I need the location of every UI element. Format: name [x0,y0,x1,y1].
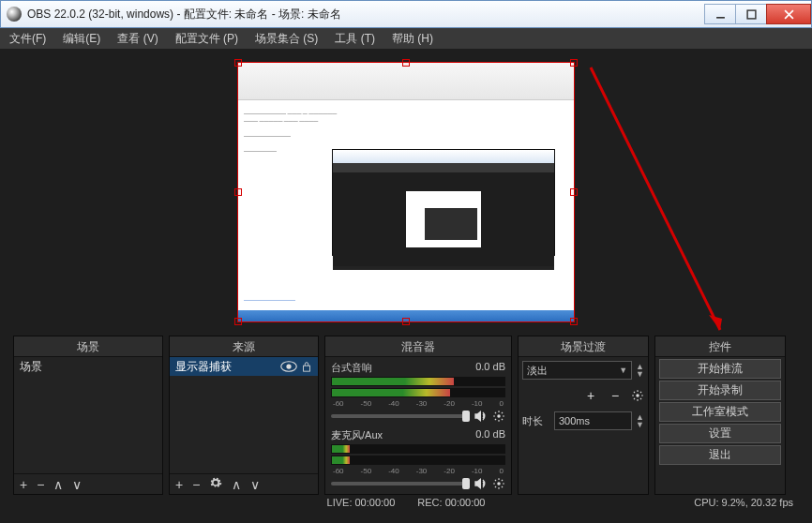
speaker-icon[interactable] [474,410,489,423]
svg-point-11 [636,394,639,397]
settings-button[interactable]: 设置 [659,424,781,443]
chevron-down-icon[interactable]: ▼ [636,421,644,428]
scene-item[interactable]: 场景 [14,357,162,376]
studio-mode-button[interactable]: 工作室模式 [659,402,781,422]
panel-controls: 控件 开始推流 开始录制 工作室模式 设置 退出 [654,336,786,495]
panel-sources: 来源 显示器捕获 + − ∧ ∨ [169,336,319,495]
source-down-button[interactable]: ∨ [250,477,260,492]
status-cpu: CPU: 9.2%, 20.32 fps [694,497,793,508]
preview-area[interactable]: ————————— ——— — ————————— ————— ——— ————… [0,49,812,336]
svg-point-7 [286,364,291,368]
menu-tools[interactable]: 工具 (T) [335,31,375,47]
source-item-label: 显示器捕获 [175,357,232,376]
panel-controls-header: 控件 [655,336,785,357]
start-recording-button[interactable]: 开始录制 [659,381,781,400]
volume-slider[interactable] [331,482,470,486]
channel-settings-icon[interactable] [492,410,505,423]
panel-mixer: 混音器 台式音响0.0 dB -60-50-40-30-20-100 麦克风/A… [324,336,512,495]
svg-line-4 [591,67,720,330]
menu-edit[interactable]: 编辑(E) [63,31,100,47]
close-button[interactable] [766,4,811,24]
menu-profile[interactable]: 配置文件 (P) [175,31,238,47]
chevron-down-icon: ▼ [619,366,627,375]
status-rec: REC: 00:00:00 [417,497,485,508]
mixer-channel-mic: 麦克风/Aux0.0 dB -60-50-40-30-20-100 [325,425,511,492]
mixer-ch-name: 麦克风/Aux [331,428,383,442]
menu-help[interactable]: 帮助 (H) [392,31,433,47]
svg-marker-5 [709,315,722,330]
chevron-down-icon[interactable]: ▼ [636,370,644,378]
svg-rect-8 [304,366,310,371]
source-up-button[interactable]: ∧ [232,477,241,492]
svg-point-9 [497,414,501,418]
window-titlebar: OBS 22.0.2 (32-bit, windows) - 配置文件: 未命名… [0,0,812,28]
add-scene-button[interactable]: + [20,477,27,492]
add-source-button[interactable]: + [175,477,183,492]
mixer-ch-name: 台式音响 [331,361,372,375]
transition-select[interactable]: 淡出▼ [522,361,632,380]
menu-view[interactable]: 查看 (V) [117,31,158,47]
channel-settings-icon[interactable] [492,477,505,490]
statusbar: LIVE: 00:00:00 REC: 00:00:00 CPU: 9.2%, … [0,495,812,516]
minimize-button[interactable] [704,4,736,24]
transition-settings-icon[interactable] [631,389,644,402]
annotation-arrow [581,58,788,339]
audio-meter [331,388,505,397]
scene-up-button[interactable]: ∧ [53,477,63,492]
app-icon [7,7,22,22]
preview-source[interactable]: ————————— ——— — ————————— ————— ——— ————… [237,62,575,322]
menu-scene-collection[interactable]: 场景集合 (S) [255,31,318,47]
panel-scenes-header: 场景 [14,336,162,357]
duration-label: 时长 [522,414,550,428]
source-item[interactable]: 显示器捕获 [170,357,318,376]
svg-rect-1 [747,10,756,19]
audio-meter [331,456,505,465]
maximize-button[interactable] [735,4,767,24]
speaker-icon[interactable] [474,477,489,490]
visibility-icon[interactable] [280,360,297,373]
mixer-ch-db: 0.0 dB [475,361,505,375]
source-settings-button[interactable] [209,476,222,492]
panel-transitions: 场景过渡 淡出▼ ▲ ▼ + − 时长 300ms ▲ ▼ [518,336,649,495]
panel-sources-header: 来源 [170,336,318,357]
exit-button[interactable]: 退出 [659,445,781,465]
panel-transitions-header: 场景过渡 [519,336,648,357]
menubar: 文件(F) 编辑(E) 查看 (V) 配置文件 (P) 场景集合 (S) 工具 … [0,28,812,49]
start-streaming-button[interactable]: 开始推流 [659,359,781,379]
menu-file[interactable]: 文件(F) [9,31,46,47]
panel-scenes: 场景 场景 + − ∧ ∨ [13,336,163,495]
svg-point-10 [497,482,501,486]
audio-meter [331,377,505,386]
status-live: LIVE: 00:00:00 [327,497,396,508]
scene-down-button[interactable]: ∨ [72,477,82,492]
volume-slider[interactable] [331,414,470,418]
panel-mixer-header: 混音器 [325,336,511,357]
remove-scene-button[interactable]: − [37,477,44,492]
mixer-channel-desktop: 台式音响0.0 dB -60-50-40-30-20-100 [325,357,511,425]
remove-source-button[interactable]: − [192,477,200,492]
window-title: OBS 22.0.2 (32-bit, windows) - 配置文件: 未命名… [27,7,705,22]
duration-input[interactable]: 300ms [554,411,632,430]
remove-transition-button[interactable]: − [607,387,624,404]
add-transition-button[interactable]: + [582,387,599,404]
audio-meter [331,444,505,454]
mixer-ch-db: 0.0 dB [475,428,505,442]
lock-icon[interactable] [301,361,312,372]
